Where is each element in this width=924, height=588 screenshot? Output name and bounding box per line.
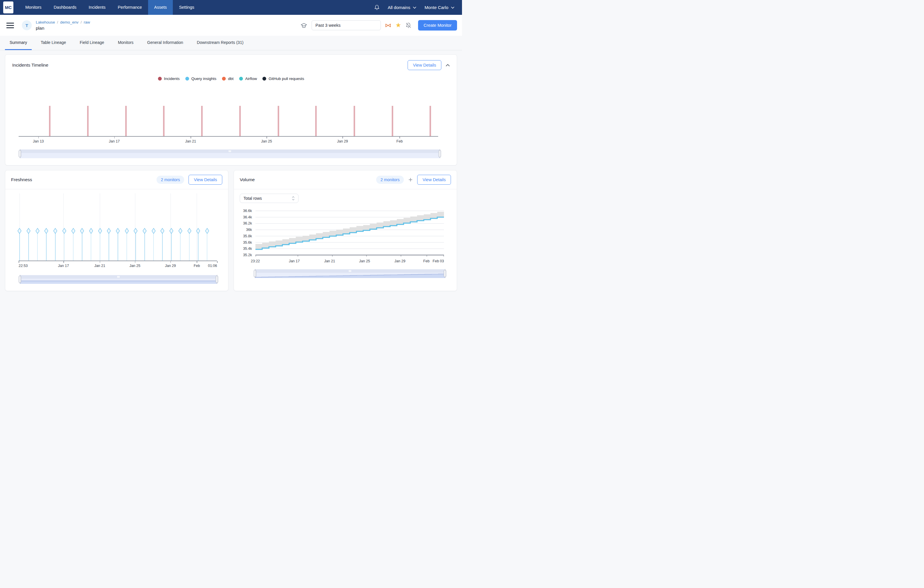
monte-carlo-logo[interactable]: MC bbox=[3, 2, 13, 13]
freshness-marker[interactable] bbox=[187, 228, 191, 235]
key-asset-bowtie-icon[interactable] bbox=[385, 23, 391, 28]
breadcrumb-schema[interactable]: raw bbox=[84, 20, 90, 25]
freshness-marker[interactable] bbox=[89, 228, 93, 235]
time-range-input[interactable] bbox=[312, 20, 381, 30]
incident-bar[interactable] bbox=[87, 106, 88, 136]
nav-item-incidents[interactable]: Incidents bbox=[82, 0, 112, 15]
volume-title: Volume bbox=[240, 177, 255, 182]
freshness-marker[interactable] bbox=[116, 228, 120, 235]
incident-bar[interactable] bbox=[392, 106, 393, 136]
total-rows-line[interactable] bbox=[256, 217, 444, 250]
tab-field-lineage[interactable]: Field Lineage bbox=[75, 36, 109, 50]
freshness-marker[interactable] bbox=[160, 228, 164, 235]
legend-item-incidents[interactable]: Incidents bbox=[158, 76, 180, 81]
account-name: Monte Carlo bbox=[424, 5, 448, 10]
slider-track[interactable] bbox=[20, 278, 217, 284]
account-menu[interactable]: Monte Carlo bbox=[424, 5, 454, 10]
freshness-marker[interactable] bbox=[98, 228, 102, 235]
incidents-range-slider[interactable] bbox=[20, 150, 440, 158]
add-threshold-plus-icon[interactable] bbox=[408, 177, 413, 182]
axis-tick-label: Jan 21 bbox=[185, 139, 196, 143]
legend-item-airflow[interactable]: Airflow bbox=[239, 76, 257, 81]
tab-general-information[interactable]: General Information bbox=[143, 36, 188, 50]
freshness-marker[interactable] bbox=[71, 228, 75, 235]
domain-selector[interactable]: All domains bbox=[388, 5, 417, 10]
volume-metric-select[interactable]: Total rows bbox=[240, 194, 299, 203]
nav-right: All domains Monte Carlo bbox=[374, 0, 462, 15]
graduation-cap-icon[interactable] bbox=[300, 22, 307, 28]
freshness-marker[interactable] bbox=[152, 228, 156, 235]
gridline bbox=[63, 193, 64, 260]
collapse-chevron-up-icon[interactable] bbox=[446, 64, 450, 67]
slider-handle-right[interactable] bbox=[216, 276, 218, 283]
freshness-marker[interactable] bbox=[17, 228, 21, 235]
legend-item-github-pull-requests[interactable]: GitHub pull requests bbox=[262, 76, 304, 81]
freshness-view-details-button[interactable]: View Details bbox=[188, 175, 222, 184]
nav-item-performance[interactable]: Performance bbox=[112, 0, 148, 15]
incident-bar[interactable] bbox=[429, 106, 431, 136]
tab-summary[interactable]: Summary bbox=[5, 36, 32, 50]
nav-item-settings[interactable]: Settings bbox=[173, 0, 200, 15]
freshness-marker[interactable] bbox=[62, 228, 66, 235]
freshness-marker[interactable] bbox=[53, 228, 57, 235]
slider-handle-left[interactable] bbox=[19, 150, 21, 157]
breadcrumb-database[interactable]: demo_env bbox=[60, 20, 79, 25]
freshness-marker[interactable] bbox=[143, 228, 147, 235]
breadcrumb-warehouse[interactable]: Lakehouse bbox=[36, 20, 55, 25]
incident-bar[interactable] bbox=[125, 106, 127, 136]
nav-item-assets[interactable]: Assets bbox=[148, 0, 173, 15]
freshness-range-slider[interactable] bbox=[20, 275, 217, 284]
freshness-marker[interactable] bbox=[44, 228, 48, 235]
create-monitor-button[interactable]: Create Monitor bbox=[418, 20, 457, 31]
freshness-marker[interactable] bbox=[35, 228, 40, 235]
incident-bar[interactable] bbox=[163, 106, 164, 136]
legend-dot bbox=[185, 77, 189, 81]
volume-chart: 36.6k36.4k36.2k36k35.8k35.6k35.4k35.2k bbox=[239, 210, 444, 257]
freshness-marker[interactable] bbox=[107, 228, 111, 235]
slider-handle-right[interactable] bbox=[444, 270, 446, 277]
incident-bar[interactable] bbox=[201, 106, 203, 136]
slider-handle-left[interactable] bbox=[254, 270, 256, 277]
freshness-marker[interactable] bbox=[205, 228, 209, 235]
axis-tick bbox=[114, 137, 115, 138]
freshness-monitors-badge[interactable]: 2 monitors bbox=[157, 176, 184, 184]
freshness-marker[interactable] bbox=[169, 228, 173, 235]
bell-icon[interactable] bbox=[374, 5, 380, 10]
freshness-marker[interactable] bbox=[80, 228, 84, 235]
slider-grip[interactable] bbox=[20, 150, 440, 153]
freshness-marker[interactable] bbox=[125, 228, 129, 235]
freshness-card: Freshness 2 monitors View Details 22:53J… bbox=[5, 170, 228, 291]
nav-item-dashboards[interactable]: Dashboards bbox=[48, 0, 82, 15]
favorite-star-icon[interactable]: ★ bbox=[395, 22, 401, 28]
freshness-marker[interactable] bbox=[26, 228, 31, 235]
incident-bar[interactable] bbox=[49, 106, 50, 136]
volume-range-slider[interactable] bbox=[255, 269, 445, 278]
mute-notifications-icon[interactable] bbox=[406, 22, 411, 28]
freshness-marker[interactable] bbox=[178, 228, 182, 235]
legend-item-dbt[interactable]: dbt bbox=[222, 76, 234, 81]
menu-icon[interactable] bbox=[7, 23, 14, 28]
slider-handle-left[interactable] bbox=[19, 276, 21, 283]
slider-track[interactable] bbox=[255, 273, 445, 278]
slider-track[interactable] bbox=[20, 153, 440, 158]
volume-monitors-badge[interactable]: 2 monitors bbox=[376, 176, 404, 184]
freshness-chart: 22:53Jan 17Jan 21Jan 25Jan 29Feb01:06 bbox=[19, 193, 217, 270]
incidents-timeline-card: Incidents Timeline View Details Incident… bbox=[5, 54, 457, 165]
volume-view-details-button[interactable]: View Details bbox=[417, 175, 451, 184]
tab-downstream-reports[interactable]: Downstream Reports (31) bbox=[192, 36, 248, 50]
tab-table-lineage[interactable]: Table Lineage bbox=[36, 36, 71, 50]
slider-grip[interactable] bbox=[255, 269, 445, 273]
incident-bar[interactable] bbox=[315, 106, 317, 136]
tab-monitors[interactable]: Monitors bbox=[113, 36, 138, 50]
incidents-view-details-button[interactable]: View Details bbox=[408, 60, 441, 70]
freshness-marker[interactable] bbox=[134, 228, 138, 235]
nav-item-monitors[interactable]: Monitors bbox=[19, 0, 48, 15]
incident-bar[interactable] bbox=[239, 106, 241, 136]
slider-grip[interactable] bbox=[20, 275, 217, 278]
incident-bar[interactable] bbox=[277, 106, 279, 136]
freshness-marker[interactable] bbox=[196, 228, 200, 235]
incident-bar[interactable] bbox=[353, 106, 355, 136]
legend-item-query-insights[interactable]: Query insights bbox=[185, 76, 216, 81]
axis-tick-label: Jan 21 bbox=[324, 259, 335, 263]
slider-handle-right[interactable] bbox=[439, 150, 441, 157]
